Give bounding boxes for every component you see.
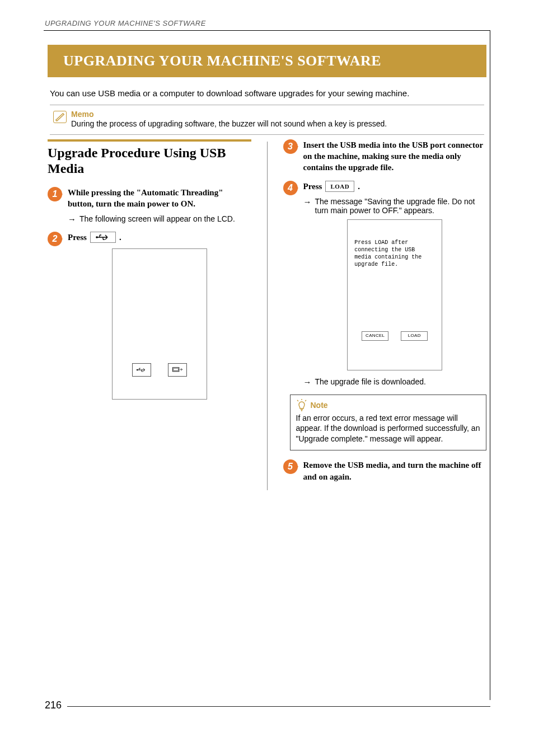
page-content: UPGRADING YOUR MACHINE'S SOFTWARE You ca… xyxy=(48,45,486,698)
step-3: 3 Insert the USB media into the USB port… xyxy=(283,139,487,173)
step-2-title: Press . xyxy=(68,232,251,243)
left-column: Upgrade Procedure Using USB Media 1 Whil… xyxy=(48,139,251,490)
divider xyxy=(50,134,484,135)
lcd-screen-2: Press LOAD after connecting the USB medi… xyxy=(347,219,442,370)
lcd-load-button: LOAD xyxy=(401,331,428,340)
lcd-screen-1 xyxy=(112,248,207,400)
step-1-title: While pressing the "Automatic Threading"… xyxy=(68,187,251,210)
step-4-sub2-text: The upgrade file is downloaded. xyxy=(315,377,426,387)
divider xyxy=(50,105,484,105)
arrow-icon: → xyxy=(303,377,312,387)
note-icon xyxy=(296,398,307,412)
step-4-sub-text: The message "Saving the upgrade file. Do… xyxy=(315,197,487,215)
footer-rule xyxy=(67,706,490,707)
period: . xyxy=(358,181,360,192)
top-rule xyxy=(44,30,490,31)
load-button: LOAD xyxy=(325,181,354,192)
step-badge-4: 4 xyxy=(283,181,298,195)
note-label: Note xyxy=(311,401,328,410)
period: . xyxy=(119,232,121,243)
step-4-title: Press LOAD . xyxy=(303,181,487,192)
step-badge-2: 2 xyxy=(48,232,62,246)
memo-icon xyxy=(53,111,67,123)
section-title: Upgrade Procedure Using USB Media xyxy=(48,145,251,177)
step-5: 5 Remove the USB media, and turn the mac… xyxy=(283,459,487,482)
lcd-usb-button xyxy=(132,363,151,377)
step-5-title: Remove the USB media, and turn the machi… xyxy=(303,459,487,482)
step-1-sub: → The following screen will appear on th… xyxy=(68,214,251,224)
lcd2-message: Press LOAD after connecting the USB medi… xyxy=(354,239,435,268)
step-badge-5: 5 xyxy=(283,459,298,474)
step-4: 4 Press LOAD . → The message "Saving the… xyxy=(283,181,487,386)
step-3-title: Insert the USB media into the USB port c… xyxy=(303,139,487,173)
running-head: UPGRADING YOUR MACHINE'S SOFTWARE xyxy=(45,19,206,27)
section-rule xyxy=(48,139,251,142)
step-1-sub-text: The following screen will appear on the … xyxy=(79,214,235,224)
step-badge-1: 1 xyxy=(48,187,62,201)
usb-icon-button xyxy=(90,232,116,243)
right-column: 3 Insert the USB media into the USB port… xyxy=(283,139,487,490)
memo-label: Memo xyxy=(71,110,387,119)
page-title: UPGRADING YOUR MACHINE'S SOFTWARE xyxy=(48,45,486,77)
step-4-sub: → The message "Saving the upgrade file. … xyxy=(303,197,487,215)
step-2: 2 Press . xyxy=(48,232,251,400)
lcd-cancel-button: CANCEL xyxy=(362,331,388,340)
right-rule xyxy=(490,30,490,700)
step-1: 1 While pressing the "Automatic Threadin… xyxy=(48,187,251,224)
lcd-computer-button xyxy=(168,363,187,377)
note-text: If an error occurs, a red text error mes… xyxy=(296,413,481,445)
step-badge-3: 3 xyxy=(283,139,298,154)
memo-text: During the process of upgrading software… xyxy=(71,119,387,130)
two-column-layout: Upgrade Procedure Using USB Media 1 Whil… xyxy=(48,139,486,490)
intro-text: You can use USB media or a computer to d… xyxy=(50,88,484,98)
svg-point-0 xyxy=(96,236,98,238)
svg-point-1 xyxy=(137,369,138,371)
arrow-icon: → xyxy=(303,197,312,215)
note-block: Note If an error occurs, a red text erro… xyxy=(290,395,487,451)
svg-rect-3 xyxy=(174,368,179,370)
arrow-icon: → xyxy=(68,214,76,224)
page-number: 216 xyxy=(45,699,62,711)
step-4-sub2: → The upgrade file is downloaded. xyxy=(303,377,487,387)
press-label: Press xyxy=(68,232,87,243)
press-label: Press xyxy=(303,181,322,192)
column-divider xyxy=(267,142,268,490)
memo-block: Memo During the process of upgrading sof… xyxy=(48,110,486,134)
